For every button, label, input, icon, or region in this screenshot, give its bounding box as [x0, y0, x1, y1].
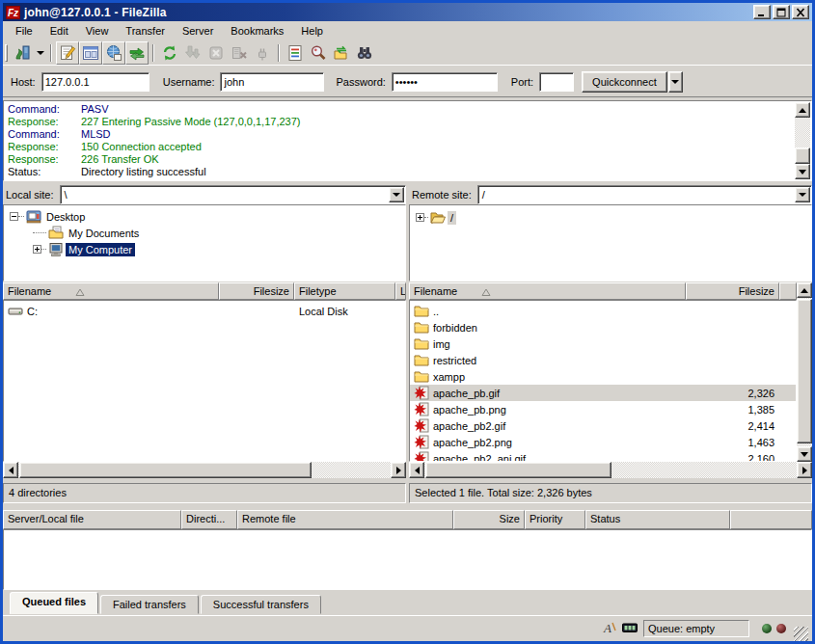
chevron-down-icon: [799, 193, 806, 197]
column-remote-file[interactable]: Remote file: [237, 510, 453, 529]
refresh-button[interactable]: [158, 41, 181, 65]
toolbar-grip[interactable]: [5, 44, 8, 62]
site-manager-dropdown[interactable]: [34, 41, 46, 65]
scroll-down-button[interactable]: [797, 446, 812, 462]
quickconnect-bar: Host: Username: Password: Port: Quickcon…: [3, 67, 812, 97]
scroll-right-button[interactable]: [391, 462, 406, 478]
file-row[interactable]: forbidden: [410, 319, 796, 335]
scrollbar-thumb[interactable]: [797, 299, 812, 443]
column-priority[interactable]: Priority: [525, 510, 585, 529]
local-site-row: Local site: \: [3, 184, 406, 204]
file-row[interactable]: apache_pb2.png1,463: [410, 434, 796, 450]
sync-icon: [333, 44, 350, 62]
column-filename[interactable]: Filename: [409, 282, 686, 300]
tab-queued-files[interactable]: Queued files: [10, 592, 98, 614]
toggle-message-log-button[interactable]: [56, 41, 79, 65]
column-size[interactable]: Size: [453, 510, 525, 529]
scroll-right-button[interactable]: [797, 462, 812, 478]
scrollbar-thumb[interactable]: [19, 462, 312, 478]
transfer-queue-list[interactable]: [3, 529, 812, 590]
tab-successful-transfers[interactable]: Successful transfers: [201, 595, 321, 614]
refresh-icon: [161, 44, 178, 62]
menu-transfer[interactable]: Transfer: [117, 22, 174, 40]
file-row[interactable]: apache_pb2.gif2,414: [410, 417, 796, 434]
file-row[interactable]: img: [410, 335, 796, 352]
toggle-queue-button[interactable]: [125, 41, 149, 65]
minimize-button[interactable]: [753, 5, 771, 19]
tree-item-root[interactable]: /: [416, 209, 456, 226]
maximize-button[interactable]: [773, 5, 790, 19]
file-row[interactable]: apache_pb2_ani.gif2,160: [410, 450, 796, 462]
cancel-button[interactable]: [204, 41, 228, 65]
disconnect-button[interactable]: [228, 41, 251, 65]
column-direction[interactable]: Directi...: [181, 510, 237, 529]
menu-view[interactable]: View: [77, 22, 118, 40]
collapse-icon[interactable]: [10, 212, 18, 221]
column-lastmodified[interactable]: L: [395, 282, 406, 300]
scroll-left-button[interactable]: [3, 462, 18, 478]
combo-dropdown-button[interactable]: [795, 187, 810, 202]
cancel-icon: [207, 44, 225, 62]
file-row[interactable]: C: Local Disk: [4, 303, 405, 319]
close-button[interactable]: [792, 5, 809, 19]
filters-button[interactable]: [284, 41, 307, 65]
scroll-left-button[interactable]: [409, 462, 424, 478]
quickconnect-button[interactable]: Quickconnect: [582, 71, 667, 93]
host-label: Host:: [11, 76, 36, 88]
expand-icon[interactable]: [33, 245, 41, 254]
directory-comparison-button[interactable]: [307, 41, 330, 65]
file-row[interactable]: xampp: [410, 368, 796, 385]
host-input[interactable]: [41, 72, 149, 92]
menu-file[interactable]: File: [7, 22, 41, 40]
port-input[interactable]: [539, 72, 574, 92]
file-row[interactable]: apache_pb.png1,385: [410, 401, 796, 417]
quickconnect-dropdown[interactable]: [668, 71, 683, 93]
log-scrollbar[interactable]: [795, 102, 810, 179]
find-files-button[interactable]: [353, 41, 376, 65]
remote-site-combobox[interactable]: /: [477, 185, 812, 204]
column-status[interactable]: Status: [585, 510, 730, 529]
reconnect-button[interactable]: [251, 41, 274, 65]
scroll-up-button[interactable]: [797, 282, 812, 298]
file-row-selected[interactable]: apache_pb.gif2,326: [410, 385, 796, 401]
sort-asc-icon: [75, 288, 85, 297]
scroll-up-button[interactable]: [795, 102, 810, 118]
menu-server[interactable]: Server: [174, 22, 222, 40]
toggle-local-tree-button[interactable]: [79, 41, 102, 65]
tree-item-my-computer[interactable]: My Computer: [33, 241, 135, 257]
tab-failed-transfers[interactable]: Failed transfers: [100, 595, 199, 614]
username-input[interactable]: [220, 72, 324, 92]
column-filetype[interactable]: Filetype: [294, 282, 395, 300]
column-server-local-file[interactable]: Server/Local file: [3, 510, 181, 529]
menu-edit[interactable]: Edit: [41, 22, 77, 40]
title-bar[interactable]: Fz john@127.0.0.1 - FileZilla: [3, 3, 812, 21]
tree-item-desktop[interactable]: Desktop: [10, 208, 88, 225]
scrollbar-thumb[interactable]: [795, 148, 810, 164]
process-queue-button[interactable]: [181, 41, 204, 65]
tree-item-my-documents[interactable]: My Documents: [33, 225, 142, 241]
combo-dropdown-button[interactable]: [389, 187, 404, 202]
menu-bookmarks[interactable]: Bookmarks: [222, 22, 292, 40]
toggle-remote-tree-button[interactable]: [102, 41, 125, 65]
expand-icon[interactable]: [416, 213, 424, 222]
compare-icon: [310, 44, 327, 62]
resize-grip[interactable]: [794, 627, 808, 641]
site-manager-button[interactable]: [11, 41, 34, 65]
local-site-combobox[interactable]: \: [60, 185, 406, 204]
column-filesize[interactable]: Filesize: [219, 282, 294, 300]
binoculars-icon: [356, 44, 373, 62]
remote-list-hscrollbar[interactable]: [409, 462, 812, 478]
menu-help[interactable]: Help: [292, 22, 332, 40]
window-title: john@127.0.0.1 - FileZilla: [24, 6, 751, 19]
local-list-hscrollbar[interactable]: [3, 462, 406, 478]
remote-list-vscrollbar[interactable]: [797, 282, 812, 462]
scroll-down-button[interactable]: [795, 164, 810, 179]
synchronized-browsing-button[interactable]: [330, 41, 353, 65]
file-row[interactable]: ..: [410, 303, 796, 319]
speed-limits-icon[interactable]: [622, 620, 638, 637]
column-filename[interactable]: Filename: [3, 282, 219, 300]
password-input[interactable]: [392, 72, 498, 92]
file-row[interactable]: restricted: [410, 352, 796, 368]
scrollbar-thumb[interactable]: [425, 462, 611, 478]
column-filesize[interactable]: Filesize: [686, 282, 779, 300]
